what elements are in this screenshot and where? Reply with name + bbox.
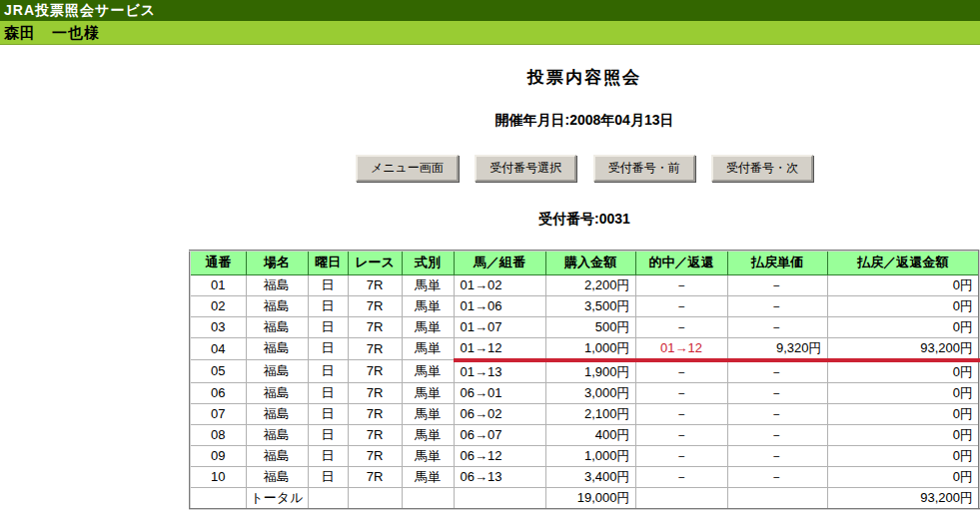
table-cell: 04 (190, 337, 246, 360)
table-cell: － (727, 424, 827, 445)
table-cell: 01→12 (454, 337, 545, 360)
column-header: レース (348, 251, 402, 274)
table-row: 10福島日7R馬単06→133,400円－－0円 (190, 466, 979, 487)
table-cell (308, 487, 348, 509)
table-cell: 01→13 (454, 360, 545, 383)
table-cell: － (635, 424, 727, 445)
table-cell: 福島 (246, 360, 308, 383)
table-row: 05福島日7R馬単01→131,900円－－0円 (190, 360, 979, 383)
table-cell: 9,320円 (727, 337, 827, 360)
table-cell: － (727, 274, 827, 295)
table-cell: 日 (308, 424, 348, 445)
table-cell: － (727, 403, 827, 424)
table-cell: 01→06 (454, 295, 545, 316)
table-cell: 7R (348, 360, 402, 383)
table-cell: 福島 (246, 382, 308, 403)
table-cell: 0円 (827, 403, 979, 424)
table-cell: 7R (348, 382, 402, 403)
table-cell: 02 (190, 295, 246, 316)
table-cell: － (635, 466, 727, 487)
table-cell: 93,200円 (827, 487, 979, 509)
table-cell: 福島 (246, 403, 308, 424)
receipt-number-select-button[interactable]: 受付番号選択 (475, 155, 576, 182)
table-cell: 日 (308, 466, 348, 487)
table-cell: － (727, 295, 827, 316)
table-cell (190, 487, 246, 509)
table-cell: 0円 (827, 445, 979, 466)
table-cell: 0円 (827, 424, 979, 445)
table-cell: 2,200円 (545, 274, 635, 295)
table-cell: 馬単 (402, 337, 454, 360)
table-cell: 馬単 (402, 445, 454, 466)
menu-screen-button[interactable]: メニュー画面 (356, 155, 459, 182)
table-cell: 01 (190, 274, 246, 295)
total-row: トータル19,000円93,200円 (190, 487, 979, 509)
receipt-number-prev-button[interactable]: 受付番号・前 (593, 155, 695, 182)
table-cell: 01→02 (454, 274, 545, 295)
table-cell: 1,900円 (545, 360, 635, 383)
table-cell: 福島 (246, 337, 308, 360)
table-cell (348, 487, 402, 509)
table-cell: － (727, 360, 827, 383)
table-cell: 馬単 (402, 403, 454, 424)
table-cell: 08 (190, 424, 246, 445)
table-row: 02福島日7R馬単01→063,500円－－0円 (190, 295, 979, 316)
main-content: 投票内容照会 開催年月日:2008年04月13日 メニュー画面 受付番号選択 受… (187, 66, 980, 510)
table-cell: 福島 (246, 424, 308, 445)
table-cell: 07 (190, 403, 246, 424)
table-cell: 福島 (246, 274, 308, 295)
table-row: 07福島日7R馬単06→022,100円－－0円 (190, 403, 979, 424)
column-header: 的中／返還 (635, 251, 727, 274)
table-cell: － (635, 403, 727, 424)
table-cell: － (635, 295, 727, 316)
table-cell: 7R (348, 316, 402, 337)
table-cell: 日 (308, 360, 348, 383)
table-cell: 1,000円 (545, 337, 635, 360)
table-cell: 日 (308, 445, 348, 466)
table-cell (402, 487, 454, 509)
table-row: 03福島日7R馬単01→07500円－－0円 (190, 316, 979, 337)
app-header: JRA投票照会サービス (0, 0, 980, 21)
bet-results-table: 通番場名曜日レース式別馬／組番購入金額的中／返還払戻単価払戻／返還金額 01福島… (189, 250, 980, 510)
table-cell: － (727, 466, 827, 487)
table-cell: 06 (190, 382, 246, 403)
table-cell: 日 (308, 274, 348, 295)
table-cell: 01→12 (635, 337, 727, 360)
table-cell: トータル (246, 487, 308, 509)
table-cell: 3,400円 (545, 466, 635, 487)
table-cell: 日 (308, 316, 348, 337)
table-cell: 2,100円 (545, 403, 635, 424)
table-header-row: 通番場名曜日レース式別馬／組番購入金額的中／返還払戻単価払戻／返還金額 (190, 251, 979, 274)
event-date: 開催年月日:2008年04月13日 (187, 112, 980, 130)
column-header: 購入金額 (545, 251, 635, 274)
table-cell: － (727, 316, 827, 337)
column-header: 式別 (402, 251, 454, 274)
table-cell: 06→07 (454, 424, 545, 445)
table-cell: 福島 (246, 316, 308, 337)
column-header: 曜日 (308, 251, 348, 274)
table-cell: － (727, 445, 827, 466)
table-cell: 7R (348, 295, 402, 316)
user-name: 森田 一也様 (4, 24, 100, 41)
table-cell: 3,500円 (545, 295, 635, 316)
table-cell: 馬単 (402, 360, 454, 383)
table-cell: 3,000円 (545, 382, 635, 403)
table-cell: 500円 (545, 316, 635, 337)
table-cell: － (635, 445, 727, 466)
app-title: JRA投票照会サービス (4, 2, 156, 18)
column-header: 場名 (246, 251, 308, 274)
table-cell: 7R (348, 466, 402, 487)
table-cell: － (635, 274, 727, 295)
table-cell: 05 (190, 360, 246, 383)
table-cell: 馬単 (402, 382, 454, 403)
table-cell: 03 (190, 316, 246, 337)
user-bar: 森田 一也様 (0, 21, 980, 45)
table-row: 09福島日7R馬単06→121,000円－－0円 (190, 445, 979, 466)
table-cell: 馬単 (402, 274, 454, 295)
table-cell: 7R (348, 445, 402, 466)
receipt-number-next-button[interactable]: 受付番号・次 (711, 155, 813, 182)
table-cell: 09 (190, 445, 246, 466)
table-cell: 福島 (246, 466, 308, 487)
table-cell: 06→12 (454, 445, 545, 466)
table-cell (727, 487, 827, 509)
